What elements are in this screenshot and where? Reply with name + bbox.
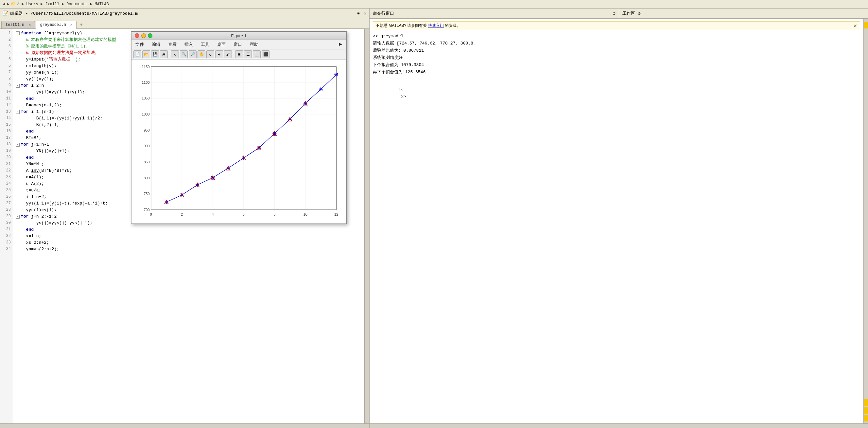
cmd-notice: 不熟悉 MATLAB? 请参阅有关 快速入门 的资源。 ✕ <box>373 21 860 30</box>
editor-scrollbar[interactable] <box>364 29 369 423</box>
tab-greymodel-label: greymodel.m <box>40 23 66 27</box>
svg-text:10: 10 <box>304 212 307 216</box>
fold-icon-9[interactable]: - <box>16 84 20 88</box>
figure-window-buttons <box>135 33 152 38</box>
tab-test01-close[interactable]: ✕ <box>29 23 31 27</box>
figure-close-button[interactable] <box>135 33 139 38</box>
tab-test01-label: test01.m <box>6 23 25 27</box>
cmd-window[interactable]: 不熟悉 MATLAB? 请参阅有关 快速入门 的资源。 ✕ >> greymod… <box>370 19 863 423</box>
fig-tool-zoom-in[interactable]: 🔍 <box>180 51 188 58</box>
svg-text:800: 800 <box>144 176 150 180</box>
figure-menu-window[interactable]: 窗口 <box>232 41 243 48</box>
fig-tool-plot-browser[interactable]: ▣ <box>235 51 243 58</box>
back-button[interactable]: ◄ <box>3 2 5 7</box>
fold-icon-1[interactable]: - <box>16 31 20 35</box>
cmd-output-3: 后验差比值为: 0.067811 <box>373 47 860 54</box>
fig-tool-new[interactable]: 📄 <box>133 51 141 58</box>
cmd-prompt-line: fx >> <box>373 79 860 108</box>
figure-maximize-button[interactable] <box>148 33 152 38</box>
figure-menu-desktop[interactable]: 桌面 <box>216 41 227 48</box>
svg-text:950: 950 <box>144 128 150 132</box>
figure-menu-file[interactable]: 文件 <box>134 41 145 48</box>
fold-icon-13[interactable]: - <box>16 110 20 114</box>
scrollbar-thumb-1[interactable] <box>864 22 868 28</box>
chart-svg: 700 750 800 850 900 950 1000 1050 1100 1… <box>131 60 346 223</box>
svg-text:2: 2 <box>181 212 183 216</box>
editor-icon: 📝 <box>3 10 8 16</box>
fig-tool-open[interactable]: 📂 <box>142 51 150 58</box>
tab-greymodel[interactable]: greymodel.m ✕ <box>36 21 76 29</box>
svg-text:6: 6 <box>243 212 245 216</box>
editor-tabs: test01.m ✕ greymodel.m ✕ + <box>0 18 369 29</box>
svg-text:1150: 1150 <box>142 65 150 69</box>
code-line-34: yn=ys(2:n+2); <box>16 246 362 253</box>
figure-titlebar: Figure 1 <box>131 32 346 40</box>
fig-tool-zoom-out[interactable]: 🔎 <box>189 51 196 58</box>
right-panel-header: 命令行窗口 ⊙ 工作区 ⊙ <box>370 8 868 19</box>
fig-tool-rotate[interactable]: ↻ <box>206 51 214 58</box>
svg-text:12: 12 <box>334 212 338 216</box>
cmd-notice-close[interactable]: ✕ <box>853 23 857 28</box>
right-area: 命令行窗口 ⊙ 工作区 ⊙ 不熟悉 MATLAB? 请参阅有关 快速入门 的资源… <box>370 8 868 428</box>
folder-icon: 📁 <box>11 2 16 6</box>
fold-icon-29[interactable]: - <box>16 215 20 219</box>
fig-tool-toggle1[interactable]: ⬜ <box>253 51 261 58</box>
svg-text:4: 4 <box>212 212 214 216</box>
figure-minimize-button[interactable] <box>141 33 146 38</box>
svg-text:0: 0 <box>150 212 152 216</box>
cmdwin-detach[interactable]: ⊙ <box>613 11 616 16</box>
cmd-output-2: 请输入数据 [724.57, 746.62, 778.27, 800.8, <box>373 40 860 47</box>
code-line-32: x=1:n; <box>16 233 362 240</box>
cmd-hscrollbar[interactable] <box>370 423 868 428</box>
scrollbar-thumb-3[interactable] <box>864 407 868 414</box>
editor-title: 编辑器 - /Users/fxalll/Documents/MATLAB/gre… <box>10 10 138 17</box>
editor-close[interactable]: ✕ <box>364 11 366 16</box>
right-content: 不熟悉 MATLAB? 请参阅有关 快速入门 的资源。 ✕ >> greymod… <box>370 19 868 423</box>
fig-tool-brush[interactable]: 🖌 <box>224 51 232 58</box>
tab-test01[interactable]: test01.m ✕ <box>1 21 35 28</box>
code-line-31: end <box>16 226 362 233</box>
line-numbers: 12345 678910 1112131415 1617181920 21222… <box>0 29 13 423</box>
figure-menu-arrow[interactable]: ▶ <box>338 41 343 48</box>
figure-toolbar: 📄 📂 💾 🖨 ↖ 🔍 🔎 ✋ ↻ ✛ 🖌 ▣ ☰ ⬜ ⬛ <box>131 50 346 60</box>
svg-text:1050: 1050 <box>142 96 150 100</box>
cmd-scrollbar[interactable] <box>863 19 868 423</box>
cmd-notice-link[interactable]: 快速入门 <box>428 23 444 28</box>
fig-tool-print[interactable]: 🖨 <box>160 51 168 58</box>
fig-tool-property-editor[interactable]: ☰ <box>244 51 252 58</box>
figure-menu-view[interactable]: 查看 <box>167 41 178 48</box>
scrollbar-thumb-2[interactable] <box>864 399 868 406</box>
svg-text:750: 750 <box>144 192 150 196</box>
figure-menu-tools[interactable]: 工具 <box>199 41 211 48</box>
add-tab-button[interactable]: + <box>77 21 85 28</box>
figure-window: Figure 1 文件 编辑 查看 插入 工具 桌面 窗口 帮助 ▶ 📄 📂 💾… <box>131 31 347 224</box>
fig-tool-datacursor[interactable]: ✛ <box>215 51 223 58</box>
figure-title: Figure 1 <box>231 33 247 38</box>
breadcrumb-bar: ◄ ► 📁 / ► Users ► fxalll ► Documents ► M… <box>0 0 868 8</box>
editor-minimize[interactable]: ⊙ <box>357 11 360 16</box>
cmd-notice-text: 不熟悉 MATLAB? 请参阅有关 快速入门 的资源。 <box>376 23 461 28</box>
fig-tool-pan[interactable]: ✋ <box>197 51 206 58</box>
fold-icon-18[interactable]: - <box>16 143 20 147</box>
cmd-output-1: >> greymodel <box>373 33 860 40</box>
figure-menu-edit[interactable]: 编辑 <box>150 41 161 48</box>
editor-hscrollbar[interactable] <box>0 423 369 428</box>
tab-greymodel-close[interactable]: ✕ <box>70 23 72 27</box>
svg-text:1000: 1000 <box>142 112 150 116</box>
workspace-title: 工作区 ⊙ <box>619 8 868 18</box>
cmd-prompt: >> <box>398 94 408 99</box>
fig-tool-toggle2[interactable]: ⬛ <box>261 51 270 58</box>
svg-text:1100: 1100 <box>142 81 150 85</box>
figure-menubar: 文件 编辑 查看 插入 工具 桌面 窗口 帮助 ▶ <box>131 40 346 50</box>
fx-icon: fx <box>398 88 403 92</box>
command-window-title: 命令行窗口 ⊙ <box>370 8 619 18</box>
fig-tool-cursor[interactable]: ↖ <box>171 51 179 58</box>
workspace-detach[interactable]: ⊙ <box>638 11 641 16</box>
forward-button[interactable]: ► <box>6 2 9 7</box>
fig-tool-save[interactable]: 💾 <box>151 51 159 58</box>
code-line-33: xs=2:n+2; <box>16 240 362 246</box>
scrollbar-thumb-4[interactable] <box>864 415 868 422</box>
command-window-label: 命令行窗口 <box>373 10 394 17</box>
figure-menu-insert[interactable]: 插入 <box>183 41 194 48</box>
figure-menu-help[interactable]: 帮助 <box>249 41 260 48</box>
